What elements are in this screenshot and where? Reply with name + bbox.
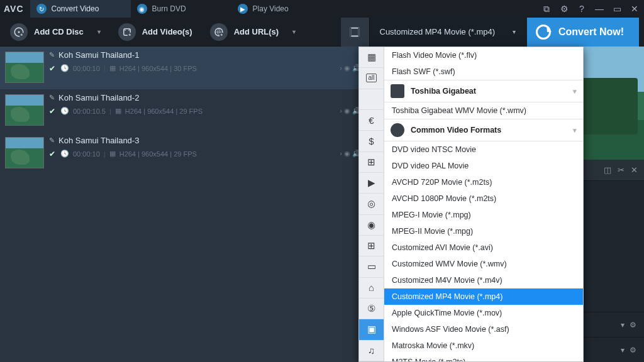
chevron-down-icon: ▾	[292, 28, 296, 35]
chevron-down-icon[interactable]: ▾	[621, 321, 625, 329]
format-category-9[interactable]: ⊞	[359, 236, 384, 256]
film-icon: ▦	[109, 150, 116, 158]
video-thumbnail	[5, 137, 44, 168]
format-option[interactable]: DVD video PAL Movie	[384, 158, 583, 174]
svg-point-1	[18, 31, 20, 33]
item-video-info: H264 | 960x544 | 29 FPS	[125, 107, 203, 115]
format-option[interactable]: Windows ASF Video Movie (*.asf)	[384, 321, 583, 337]
format-category-11[interactable]: ⌂	[359, 278, 384, 299]
format-option[interactable]: Customized M4V Movie (*.m4v)	[384, 272, 583, 288]
chevron-down-icon[interactable]: ▾	[621, 346, 625, 354]
convert-now-button[interactable]: Convert Now!	[527, 18, 639, 47]
format-group-header[interactable]: Toshiba Gigabeat▾	[384, 80, 583, 102]
format-option[interactable]: AVCHD 1080P Movie (*.m2ts)	[384, 190, 583, 207]
format-option[interactable]: Toshiba Gigabeat WMV Movie (*.wmv)	[384, 102, 583, 119]
add-videos-button[interactable]: + Add Video(s)	[113, 19, 201, 45]
format-category-icons: ▦all€$⊞▶◎◉⊞▭⌂⑤▣♫	[359, 47, 384, 361]
svg-text:+: +	[220, 32, 223, 36]
film-icon: ▦	[109, 64, 116, 72]
main-tabs: ↻ Convert Video ◉ Burn DVD ▶ Play Video	[30, 0, 332, 18]
check-icon[interactable]: ✔	[49, 64, 55, 73]
format-option[interactable]: DVD video NTSC Movie	[384, 141, 583, 158]
film-reel-icon	[391, 123, 404, 137]
clock-icon: 🕓	[60, 107, 69, 115]
device-icon	[391, 84, 404, 98]
chevron-down-icon: ▾	[573, 87, 577, 96]
item-duration: 00:00:10.5	[73, 107, 106, 115]
check-icon[interactable]: ✔	[49, 150, 55, 158]
video-thumbnail	[5, 94, 44, 126]
gear-icon[interactable]: ⚙	[630, 321, 636, 329]
format-option[interactable]: Flash SWF (*.swf)	[384, 63, 583, 80]
format-option[interactable]: Apple QuickTime Movie (*.mov)	[384, 305, 583, 321]
format-category-7[interactable]: ◎	[359, 194, 384, 214]
tab-burn dvd[interactable]: ◉ Burn DVD	[131, 0, 231, 18]
output-profile-selector[interactable]: Customized MP4 Movie (*.mp4) ▾	[341, 18, 524, 47]
format-category-6[interactable]: ▶	[359, 173, 384, 194]
win-control-4[interactable]: ▭	[611, 4, 623, 14]
format-category-14[interactable]: ♫	[359, 341, 384, 361]
tab-label: Convert Video	[52, 4, 99, 13]
clock-icon: 🕓	[60, 64, 69, 72]
item-duration: 00:00:10	[73, 150, 100, 158]
item-title: Koh Samui Thailand-2	[58, 93, 139, 102]
add-urls-button[interactable]: + Add URL(s) ▾	[205, 19, 305, 45]
win-control-0[interactable]: ⧉	[541, 4, 552, 14]
svg-rect-5	[125, 30, 126, 31]
add-cd-disc-button[interactable]: + Add CD Disc ▾	[5, 19, 109, 45]
win-control-3[interactable]: —	[594, 4, 605, 14]
format-category-5[interactable]: ⊞	[359, 152, 384, 173]
crop-icon[interactable]: ◫	[604, 165, 611, 175]
format-option[interactable]: M2TS Movie (*.m2ts)	[384, 354, 583, 361]
disc-icon: ◉	[137, 4, 147, 14]
pencil-icon[interactable]: ✎	[49, 94, 55, 102]
tab-label: Burn DVD	[152, 4, 186, 13]
format-option[interactable]: MPEG-II Movie (*.mpg)	[384, 223, 583, 239]
format-option[interactable]: Customized WMV Movie (*.wmv)	[384, 256, 583, 272]
gear-icon[interactable]: ⚙	[630, 346, 636, 354]
arrow-icon: ›	[340, 150, 342, 157]
win-control-1[interactable]: ⚙	[558, 4, 570, 14]
format-category-2[interactable]	[359, 89, 384, 110]
format-category-10[interactable]: ▭	[359, 256, 384, 277]
tab-convert video[interactable]: ↻ Convert Video	[30, 0, 131, 18]
format-option[interactable]: Matroska Movie (*.mkv)	[384, 337, 583, 354]
format-option[interactable]: Customized AVI Movie (*.avi)	[384, 239, 583, 256]
format-category-0[interactable]: ▦	[359, 47, 384, 68]
chevron-down-icon: ▾	[97, 28, 101, 35]
pencil-icon[interactable]: ✎	[49, 136, 55, 145]
format-group-header[interactable]: Common Video Formats▾	[384, 119, 583, 141]
scissors-icon[interactable]: ✂	[618, 165, 625, 175]
add-cd-label: Add CD Disc	[34, 27, 84, 36]
format-category-3[interactable]: €	[359, 110, 384, 131]
target-icon: ◉	[344, 107, 350, 114]
pencil-icon[interactable]: ✎	[49, 51, 55, 59]
target-icon: ◉	[344, 150, 350, 157]
tab-play video[interactable]: ▶ Play Video	[231, 0, 332, 18]
format-option[interactable]: MPEG-I Movie (*.mpg)	[384, 207, 583, 223]
tab-label: Play Video	[253, 4, 289, 13]
add-videos-label: Add Video(s)	[142, 27, 192, 36]
format-category-1[interactable]: all	[359, 68, 384, 89]
item-video-info: H264 | 960x544 | 30 FPS	[119, 65, 197, 72]
format-category-8[interactable]: ◉	[359, 215, 384, 236]
win-control-5[interactable]: ✕	[629, 4, 640, 14]
format-option[interactable]: AVCHD 720P Movie (*.m2ts)	[384, 174, 583, 190]
format-option[interactable]: Customized MP4 Movie (*.mp4)	[384, 288, 583, 305]
clock-icon: 🕓	[60, 150, 69, 158]
svg-text:+: +	[20, 32, 23, 36]
film-add-icon: +	[118, 23, 136, 41]
format-dropdown: ▦all€$⊞▶◎◉⊞▭⌂⑤▣♫ Flash Video Movie (*.fl…	[358, 47, 584, 362]
play-icon: ▶	[238, 4, 248, 14]
toolbar: + Add CD Disc ▾ + Add Video(s) + Add URL…	[0, 18, 644, 47]
format-category-4[interactable]: $	[359, 131, 384, 151]
film-icon: ▦	[115, 107, 121, 115]
format-category-12[interactable]: ⑤	[359, 299, 384, 319]
format-option[interactable]: Flash Video Movie (*.flv)	[384, 47, 583, 63]
format-category-13[interactable]: ▣	[359, 319, 384, 340]
effects-icon[interactable]: ✕	[631, 165, 638, 175]
chevron-down-icon: ▾	[573, 126, 577, 134]
film-icon	[341, 18, 370, 47]
win-control-2[interactable]: ?	[576, 4, 587, 14]
check-icon[interactable]: ✔	[49, 107, 55, 116]
